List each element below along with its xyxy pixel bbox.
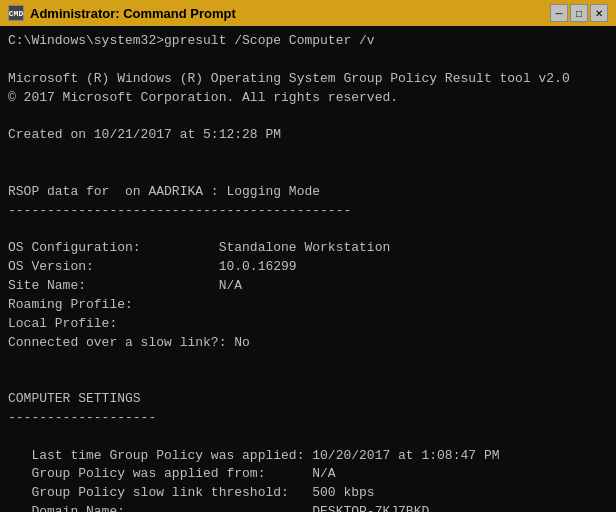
window-controls: ─ □ ✕ — [550, 4, 608, 22]
maximize-button[interactable]: □ — [570, 4, 588, 22]
console-line — [8, 428, 608, 447]
console-line — [8, 107, 608, 126]
console-line: Last time Group Policy was applied: 10/2… — [8, 447, 608, 466]
console-line: Microsoft (R) Windows (R) Operating Syst… — [8, 70, 608, 89]
console-line — [8, 51, 608, 70]
minimize-button[interactable]: ─ — [550, 4, 568, 22]
console-line — [8, 220, 608, 239]
cmd-window: CMD Administrator: Command Prompt ─ □ ✕ … — [0, 0, 616, 512]
console-line: ------------------- — [8, 409, 608, 428]
console-line — [8, 164, 608, 183]
console-line: Roaming Profile: — [8, 296, 608, 315]
close-button[interactable]: ✕ — [590, 4, 608, 22]
console-line — [8, 352, 608, 371]
console-line: Group Policy was applied from: N/A — [8, 465, 608, 484]
console-line: RSOP data for on AADRIKA : Logging Mode — [8, 183, 608, 202]
console-line: ----------------------------------------… — [8, 202, 608, 221]
console-line — [8, 371, 608, 390]
console-line: Site Name: N/A — [8, 277, 608, 296]
console-line: Domain Name: DESKTOP-7KJ7BKD — [8, 503, 608, 512]
console-line: Created on 10/21/2017 at 5:12:28 PM — [8, 126, 608, 145]
console-line: Connected over a slow link?: No — [8, 334, 608, 353]
console-line: © 2017 Microsoft Corporation. All rights… — [8, 89, 608, 108]
console-line: Local Profile: — [8, 315, 608, 334]
console-line: OS Configuration: Standalone Workstation — [8, 239, 608, 258]
console-line: OS Version: 10.0.16299 — [8, 258, 608, 277]
console-line: Group Policy slow link threshold: 500 kb… — [8, 484, 608, 503]
window-icon: CMD — [8, 5, 24, 21]
console-line: COMPUTER SETTINGS — [8, 390, 608, 409]
console-output[interactable]: C:\Windows\system32>gpresult /Scope Comp… — [0, 26, 616, 512]
title-bar: CMD Administrator: Command Prompt ─ □ ✕ — [0, 0, 616, 26]
console-line: C:\Windows\system32>gpresult /Scope Comp… — [8, 32, 608, 51]
console-line — [8, 145, 608, 164]
window-title: Administrator: Command Prompt — [30, 6, 544, 21]
